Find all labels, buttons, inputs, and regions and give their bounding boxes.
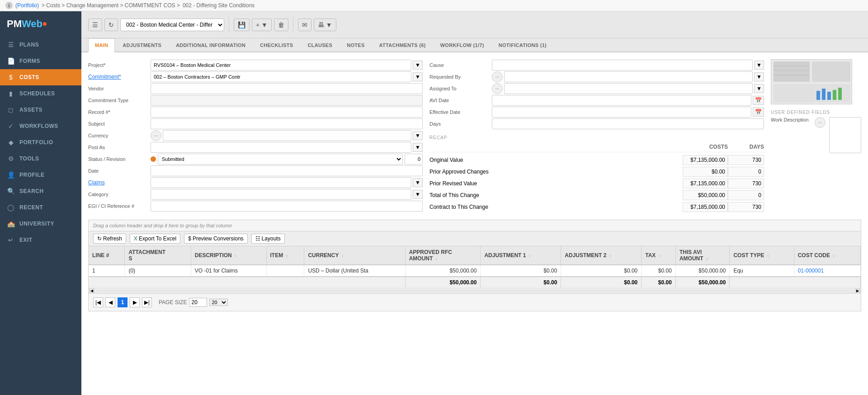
tax-sort-icon[interactable]: ↕ <box>659 254 661 258</box>
tab-workflow[interactable]: WORKFLOW (1/7) <box>434 38 491 52</box>
status-select[interactable]: Submitted <box>158 154 403 165</box>
assigned-to-input[interactable] <box>504 83 753 94</box>
tab-additional-info[interactable]: ADDITIONAL INFORMATION <box>169 38 252 52</box>
email-button[interactable]: ✉ <box>298 19 311 31</box>
assigned-to-dropdown-icon[interactable]: ▼ <box>754 84 764 93</box>
layouts-button[interactable]: ☷ Layouts <box>251 234 285 244</box>
last-page-button[interactable]: ▶| <box>142 297 152 307</box>
category-dropdown-icon[interactable]: ▼ <box>413 190 423 199</box>
sidebar-item-schedules[interactable]: ▮ SCHEDULES <box>0 85 81 102</box>
print-button[interactable]: 🖶 ▼ <box>314 19 336 31</box>
prev-page-button[interactable]: ◀ <box>105 297 115 307</box>
tab-checklists[interactable]: CHECKLISTS <box>253 38 300 52</box>
adj1-sort-icon[interactable]: ↕ <box>529 254 531 258</box>
vendor-input[interactable]: Boston Contractors <box>151 83 423 94</box>
record-input[interactable]: 002 <box>151 107 423 118</box>
item-sort-icon[interactable]: ↕ <box>286 254 288 258</box>
avi-date-calendar-icon[interactable]: 📅 <box>753 96 764 105</box>
current-page[interactable]: 1 <box>118 297 127 307</box>
post-as-dropdown-icon[interactable]: ▼ <box>413 143 423 152</box>
subject-label: Subject <box>88 121 147 127</box>
breadcrumb-portfolio[interactable]: (Portfolio) <box>15 2 39 9</box>
currency-ellipsis-btn[interactable]: ··· <box>151 130 161 141</box>
recap-prior-revised: Prior Revised Value $7,135,000.00 730 <box>429 178 764 189</box>
delete-button[interactable]: 🗑 <box>274 19 288 31</box>
record-selector[interactable]: 002 - Boston Medical Center - Differ <box>120 19 224 31</box>
subject-input[interactable]: Differing Site Conditions <box>151 118 423 129</box>
sidebar-item-portfolio[interactable]: ◆ PORTFOLIO <box>0 134 81 150</box>
project-input[interactable] <box>151 60 411 71</box>
tab-attachments[interactable]: ATTACHMENTS (6) <box>373 38 433 52</box>
recap-total-this-change: Total of This Change $50,000.00 0 <box>429 189 764 201</box>
tab-notifications[interactable]: NOTIFICATIONS (1) <box>492 38 553 52</box>
requested-by-ellipsis-btn[interactable]: ··· <box>492 71 503 82</box>
sidebar-item-profile[interactable]: 👤 PROFILE <box>0 167 81 183</box>
egi-input[interactable] <box>151 201 423 212</box>
commitment-dropdown-icon[interactable]: ▼ <box>413 72 423 81</box>
refresh-button[interactable]: ↻ Refresh <box>93 234 126 244</box>
requested-by-input[interactable] <box>504 71 753 82</box>
sidebar-item-assets[interactable]: ◻ ASSETS <box>0 102 81 118</box>
export-excel-button[interactable]: X Export To Excel <box>130 234 180 244</box>
udf-work-description-ellipsis[interactable]: ··· <box>815 117 826 128</box>
days-input[interactable]: 0 <box>492 118 764 129</box>
udf-work-description-textarea[interactable] <box>829 117 861 153</box>
this-avi-sort-icon[interactable]: ↕ <box>706 257 708 261</box>
cause-dropdown-icon[interactable]: ▼ <box>754 61 764 70</box>
tab-adjustments[interactable]: ADJUSTMENTS <box>116 38 168 52</box>
sidebar-item-tools[interactable]: ⚙ TOOLS <box>0 150 81 167</box>
avi-date-input[interactable]: 09-Nov-2020 <box>492 95 751 106</box>
status-revision-num[interactable] <box>405 154 423 165</box>
approved-rfc-sort-icon[interactable]: ↕ <box>436 257 438 261</box>
scroll-right-btn[interactable]: ▶ <box>854 288 861 294</box>
sidebar-item-recent[interactable]: ◯ RECENT <box>0 199 81 216</box>
page-size-select[interactable]: 20 50 100 <box>209 299 228 306</box>
next-page-button[interactable]: ▶ <box>130 297 140 307</box>
scroll-track[interactable] <box>96 289 854 293</box>
toolbar-separator-1 <box>229 17 229 33</box>
preview-conversions-button[interactable]: $ Preview Conversions <box>184 234 247 244</box>
add-button[interactable]: + ▼ <box>252 19 272 31</box>
category-input[interactable] <box>151 189 411 200</box>
currency-dropdown-icon[interactable]: ▼ <box>413 131 423 140</box>
assigned-to-ellipsis-btn[interactable]: ··· <box>492 83 503 94</box>
sidebar-item-costs[interactable]: $ COSTS <box>0 69 81 85</box>
claims-input[interactable]: 002 – Differing Site Conditions <box>151 177 411 188</box>
adj2-sort-icon[interactable]: ↕ <box>609 254 612 258</box>
recap-cost-contract-change: $7,185,000.00 <box>683 202 728 212</box>
first-page-button[interactable]: |◀ <box>93 297 103 307</box>
scroll-left-btn[interactable]: ◀ <box>89 288 95 294</box>
claims-dropdown-icon[interactable]: ▼ <box>413 178 423 187</box>
sidebar-item-search[interactable]: 🔍 SEARCH <box>0 183 81 199</box>
requested-by-label: Requested By <box>429 74 488 80</box>
currency-input[interactable]: USD – Dollar (United States of America) <box>163 130 411 141</box>
sidebar-item-university[interactable]: 🏫 UNIVERSITY <box>0 216 81 232</box>
sidebar-item-workflows[interactable]: ✓ WORKFLOWS <box>0 118 81 134</box>
effective-date-input[interactable] <box>492 107 751 118</box>
horizontal-scrollbar[interactable]: ◀ ▶ <box>89 288 861 293</box>
post-as-input[interactable]: Revised Scope <box>151 142 411 153</box>
description-sort-icon[interactable]: ↕ <box>235 254 237 258</box>
exit-icon: ↵ <box>7 236 15 244</box>
sidebar-item-exit[interactable]: ↵ EXIT <box>0 232 81 248</box>
sidebar-item-plans[interactable]: ☰ PLANS <box>0 37 81 53</box>
history-button[interactable]: ↻ <box>104 19 118 31</box>
list-view-button[interactable]: ☰ <box>88 19 102 31</box>
currency-sort-icon[interactable]: ↕ <box>342 254 344 258</box>
save-button[interactable]: 💾 <box>234 19 250 31</box>
commitment-input[interactable] <box>151 71 411 82</box>
sidebar-item-forms[interactable]: 📄 FORMS <box>0 53 81 69</box>
tab-clauses[interactable]: CLAUSES <box>301 38 339 52</box>
page-size-input[interactable] <box>189 298 207 307</box>
svg-rect-8 <box>838 88 842 100</box>
requested-by-dropdown-icon[interactable]: ▼ <box>754 72 764 81</box>
effective-date-calendar-icon[interactable]: 📅 <box>753 108 764 117</box>
cause-input[interactable] <box>492 60 753 71</box>
tab-main[interactable]: MAIN <box>88 38 115 52</box>
date-input[interactable]: 09-Nov-2020 <box>151 165 423 176</box>
cost-code-sort-icon[interactable]: ↕ <box>833 254 835 258</box>
tab-notes[interactable]: NOTES <box>340 38 371 52</box>
cost-type-sort-icon[interactable]: ↕ <box>767 254 769 258</box>
project-dropdown-icon[interactable]: ▼ <box>413 61 423 70</box>
recap-days-contract-change: 730 <box>728 202 764 212</box>
